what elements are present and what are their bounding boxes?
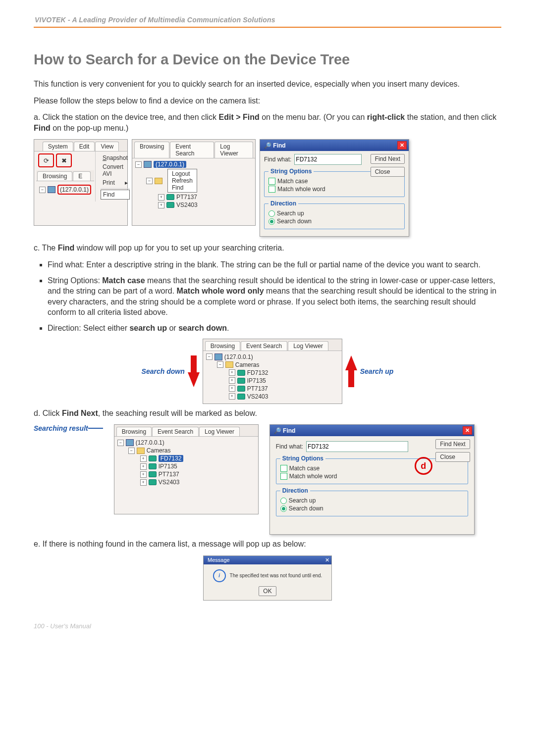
tree-item-vs2403[interactable]: VS2403 (247, 393, 268, 400)
tree-item-vs2403[interactable]: VS2403 (159, 479, 180, 486)
expander-icon[interactable]: + (229, 393, 235, 400)
tree-item-pt7137[interactable]: PT7137 (247, 385, 268, 392)
tree-station-ip[interactable]: (127.0.0.1) (136, 439, 164, 446)
expander-icon[interactable]: + (229, 385, 235, 392)
search-down-radio[interactable] (268, 218, 275, 225)
search-up-radio[interactable] (280, 498, 287, 504)
expander-icon[interactable]: + (140, 463, 147, 470)
search-up-radio[interactable] (268, 210, 275, 217)
expander-icon[interactable]: + (140, 471, 147, 478)
close-icon[interactable]: ✕ (463, 426, 472, 435)
search-down-label: Search down (289, 505, 323, 512)
tab-browsing[interactable]: Browsing (116, 427, 152, 436)
find-title: Find (273, 142, 285, 149)
browsing-tab[interactable]: Browsing (37, 171, 72, 181)
arrow-up-icon (345, 355, 357, 370)
tab-event-search[interactable]: Event Search (241, 341, 287, 351)
tab-browsing[interactable]: Browsing (205, 341, 240, 351)
search-down-label: Search down (277, 218, 312, 225)
close-icon[interactable]: ✕ (325, 557, 329, 563)
menu-item-find[interactable]: Find (101, 190, 130, 200)
menu-view[interactable]: View (95, 142, 119, 151)
reload-icon[interactable]: ⟳ (38, 153, 54, 167)
menu-edit[interactable]: Edit (74, 142, 95, 151)
tree-item-ip7135[interactable]: IP7135 (247, 377, 266, 384)
tree-station-ip[interactable]: (127.0.0.1) (154, 161, 186, 168)
bullet-find-what: Find what: Enter a descriptive string in… (48, 259, 501, 270)
expander-icon[interactable]: − (128, 448, 135, 454)
expander-icon[interactable]: − (217, 361, 223, 368)
direction-group: Direction Search up Search down (264, 200, 405, 229)
search-down-radio[interactable] (280, 505, 287, 512)
expander-icon[interactable]: − (135, 161, 142, 168)
tab-browsing[interactable]: Browsing (134, 142, 169, 158)
page-footer: 100 - User's Manual (34, 622, 501, 630)
menu-system[interactable]: System (43, 142, 73, 151)
tree-item-fd7132[interactable]: FD7132 (247, 369, 268, 376)
tab-log-viewer[interactable]: Log Viewer (199, 427, 240, 436)
match-whole-checkbox[interactable] (280, 473, 287, 480)
tree-item-pt7137[interactable]: PT7137 (159, 471, 179, 478)
arrow-down-icon (188, 372, 200, 387)
ctx-find[interactable]: Find (172, 184, 193, 191)
tree-item-vs2403[interactable]: VS2403 (176, 202, 198, 208)
intro-paragraph-1: This function is very convenient for you… (34, 79, 501, 90)
tree-cameras[interactable]: Cameras (147, 447, 171, 454)
match-case-checkbox[interactable] (280, 465, 287, 472)
tree-item-fd7132-selected[interactable]: FD7132 (159, 455, 184, 462)
expander-icon[interactable]: + (140, 479, 147, 486)
ok-button[interactable]: OK (259, 586, 276, 596)
ctx-logout[interactable]: Logout (172, 170, 193, 177)
string-options-legend: String Options (280, 455, 325, 462)
camera-icon (237, 394, 245, 400)
ctx-refresh[interactable]: Refresh (172, 177, 193, 184)
expander-icon[interactable]: + (158, 194, 164, 201)
find-what-input[interactable] (306, 441, 408, 452)
close-tool-icon[interactable]: ✖ (56, 153, 72, 167)
find-dialog-large: 🔎 Find ✕ d Find Next Close Find what: St… (269, 424, 475, 535)
step-a-bold-editfind: Edit > Find (219, 113, 260, 121)
find-next-button[interactable]: Find Next (435, 439, 470, 449)
monitor-icon (48, 186, 55, 193)
folder-icon (155, 178, 162, 184)
find-next-button[interactable]: Find Next (371, 154, 405, 164)
find-what-label: Find what: (264, 156, 291, 163)
page-title: How to Search for a Device on the Device… (34, 51, 501, 68)
tab-log-viewer[interactable]: Log Viewer (214, 142, 253, 158)
tree-station-ip[interactable]: (127.0.0.1) (224, 353, 253, 360)
tree-item-ip7135[interactable]: IP7135 (159, 463, 177, 470)
tree-cameras[interactable]: Cameras (235, 361, 260, 368)
menu-item-snapshot[interactable]: SSnapshotnapshot (101, 153, 130, 162)
search-up-label: Search up (289, 497, 316, 504)
monitor-icon (214, 353, 222, 360)
tree-item-pt7137[interactable]: PT7137 (176, 194, 197, 201)
expander-icon[interactable]: + (140, 455, 147, 462)
expander-icon[interactable]: − (146, 178, 153, 184)
match-case-checkbox[interactable] (268, 178, 275, 185)
result-tree-screenshot: Browsing Event Search Log Viewer −(127.0… (114, 424, 259, 514)
expander-icon[interactable]: − (206, 353, 213, 360)
match-case-label: Match case (277, 178, 308, 185)
step-a-bold-rightclick: right-click (367, 113, 405, 121)
find-what-label: Find what: (276, 443, 303, 450)
tab-event-search[interactable]: Event Search (152, 427, 199, 436)
message-title: Message (208, 557, 230, 563)
close-button[interactable]: Close (435, 452, 470, 462)
find-what-input[interactable] (294, 154, 362, 165)
tab-event-search[interactable]: Event Search (170, 142, 214, 158)
expander-icon[interactable]: + (158, 202, 164, 208)
close-icon[interactable]: ✕ (397, 141, 407, 150)
expander-icon[interactable]: + (229, 369, 235, 376)
expander-icon[interactable]: − (117, 440, 124, 446)
tree-station-ip[interactable]: (127.0.0.1) (57, 185, 91, 195)
menu-item-convert-avi[interactable]: Convert AVI (101, 162, 130, 178)
close-button[interactable]: Close (371, 167, 405, 177)
menu-item-print[interactable]: Print▸ (101, 178, 130, 187)
tab-log-viewer[interactable]: Log Viewer (288, 341, 328, 351)
string-options-legend: String Options (268, 168, 314, 175)
camera-icon (149, 479, 157, 485)
tab-extra[interactable]: E (73, 171, 91, 181)
expander-icon[interactable]: + (229, 377, 235, 384)
match-whole-checkbox[interactable] (268, 186, 275, 193)
expander-icon[interactable]: − (39, 187, 46, 193)
